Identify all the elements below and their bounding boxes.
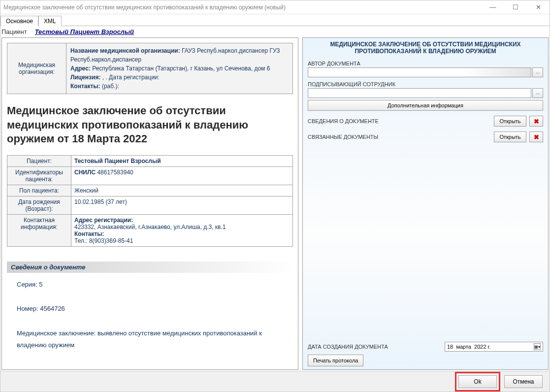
- ok-highlight: Ok: [455, 372, 500, 392]
- section-doc-info-body: Серия: 5 Номер: 4564726 Медицинское закл…: [7, 273, 293, 358]
- doc-number: Номер: 4564726: [17, 303, 283, 315]
- pt-row1-label: Пациент:: [7, 155, 71, 166]
- doc-info-label: СВЕДЕНИЯ О ДОКУМЕНТЕ: [308, 118, 379, 124]
- org-name-label: Название медицинской организации:: [70, 47, 180, 54]
- linked-docs-label: СВЯЗАННЫЕ ДОКУМЕНТЫ: [308, 134, 378, 140]
- pt-row2-rest: 48617583940: [96, 169, 133, 176]
- patient-link[interactable]: Тестовый Пациент Взрослый: [35, 28, 134, 35]
- print-protocol-button[interactable]: Печать протокола: [308, 355, 363, 366]
- pt-row4-label: Дата рождения (Возраст):: [7, 196, 71, 214]
- tab-main[interactable]: Основное: [0, 16, 38, 26]
- window-controls: — ☐ ✕: [482, 0, 550, 14]
- date-picker[interactable]: 18 марта 2022 г. ▦▾: [445, 342, 543, 352]
- section-doc-info-header: Сведения о документе: [7, 261, 293, 273]
- linked-docs-delete-button[interactable]: ✖: [529, 131, 543, 142]
- org-left-label: Медицинская организация:: [7, 43, 66, 94]
- author-input[interactable]: [308, 67, 531, 77]
- pt-row2-snils: СНИЛС: [74, 169, 96, 176]
- maximize-button[interactable]: ☐: [504, 0, 527, 14]
- delete-icon: ✖: [534, 133, 539, 141]
- titlebar: Медицинское заключение об отсутствии мед…: [0, 0, 550, 14]
- right-pane: МЕДИЦИНСКОЕ ЗАКЛЮЧЕНИЕ ОБ ОТСУТСТВИИ МЕД…: [302, 37, 549, 370]
- pt-tel: Тел.: 8(903)369-85-41: [74, 237, 290, 244]
- author-label: АВТОР ДОКУМЕНТА: [308, 61, 543, 66]
- document-heading: Медицинское заключение об отсутствии мед…: [7, 104, 293, 146]
- left-pane: Медицинская организация: Название медици…: [1, 37, 298, 370]
- tab-xml[interactable]: XML: [38, 16, 62, 26]
- org-details: Название медицинской организации: ГАУЗ Р…: [66, 43, 292, 94]
- date-year: 2022 г.: [474, 344, 490, 350]
- pt-row5-value: Адрес регистрации: 423332, Азнакаевский,…: [71, 214, 293, 246]
- pt-row2-label: Идентификаторы пациента:: [7, 166, 71, 185]
- window: Медицинское заключение об отсутствии мед…: [0, 0, 550, 392]
- org-contacts-label: Контакты:: [70, 83, 100, 90]
- extra-info-button[interactable]: Дополнительная информация: [308, 100, 543, 111]
- footer: Ok Отмена: [0, 371, 550, 392]
- close-button[interactable]: ✕: [527, 0, 550, 14]
- calendar-icon[interactable]: ▦▾: [534, 343, 541, 350]
- date-day: 18: [447, 344, 453, 350]
- pt-cont-label: Контакты:: [74, 230, 104, 237]
- pt-row1-value: Тестовый Пациент Взрослый: [74, 158, 161, 164]
- org-address-label: Адрес:: [70, 65, 91, 72]
- main-area: Медицинская организация: Название медици…: [0, 37, 550, 371]
- cancel-button[interactable]: Отмена: [504, 375, 543, 388]
- minimize-button[interactable]: —: [482, 0, 504, 14]
- doc-info-delete-button[interactable]: ✖: [529, 116, 543, 127]
- pt-row3-value: Женский: [71, 185, 293, 196]
- signer-picker-button[interactable]: …: [532, 88, 543, 98]
- org-license-value: , . Дата регистрации:: [102, 74, 160, 81]
- signer-label: ПОДПИСЫВАЮЩИЙ СОТРУДНИК: [308, 81, 543, 87]
- date-label: ДАТА СОЗДАНИЯ ДОКУМЕНТА: [308, 344, 388, 350]
- signer-input[interactable]: [308, 88, 531, 98]
- patient-label: Пациент: [0, 28, 27, 35]
- window-title: Медицинское заключение об отсутствии мед…: [3, 4, 286, 11]
- patient-bar: Пациент Тестовый Пациент Взрослый: [0, 26, 550, 37]
- pt-row5-label: Контактная информация:: [7, 214, 71, 246]
- org-contacts-value: (раб.):: [102, 83, 119, 90]
- tab-row: Основное XML: [0, 14, 550, 26]
- patient-table: Пациент: Тестовый Пациент Взрослый Идент…: [7, 155, 293, 247]
- ok-button[interactable]: Ok: [458, 375, 497, 388]
- doc-series: Серия: 5: [17, 279, 283, 291]
- pt-addr-value: 423332, Азнакаевский, г.Азнакаево, ул.Ал…: [74, 224, 290, 230]
- org-address-value: Республика Татарстан (Татарстан), г Каза…: [92, 65, 270, 72]
- pt-addr-label: Адрес регистрации:: [74, 217, 133, 224]
- delete-icon: ✖: [534, 118, 539, 125]
- linked-docs-open-button[interactable]: Открыть: [494, 131, 526, 142]
- doc-conclusion: Медицинское заключение: выявлено отсутст…: [17, 327, 283, 352]
- pt-row4-value: 10.02.1985 (37 лет): [71, 196, 293, 214]
- author-picker-button[interactable]: …: [532, 67, 543, 77]
- doc-info-open-button[interactable]: Открыть: [494, 116, 526, 127]
- pt-row3-label: Пол пациента:: [7, 185, 71, 196]
- org-license-label: Лицензия:: [70, 74, 100, 81]
- date-month: марта: [456, 344, 471, 350]
- org-box: Медицинская организация: Название медици…: [7, 43, 293, 94]
- rp-title: МЕДИЦИНСКОЕ ЗАКЛЮЧЕНИЕ ОБ ОТСУТСТВИИ МЕД…: [308, 41, 543, 55]
